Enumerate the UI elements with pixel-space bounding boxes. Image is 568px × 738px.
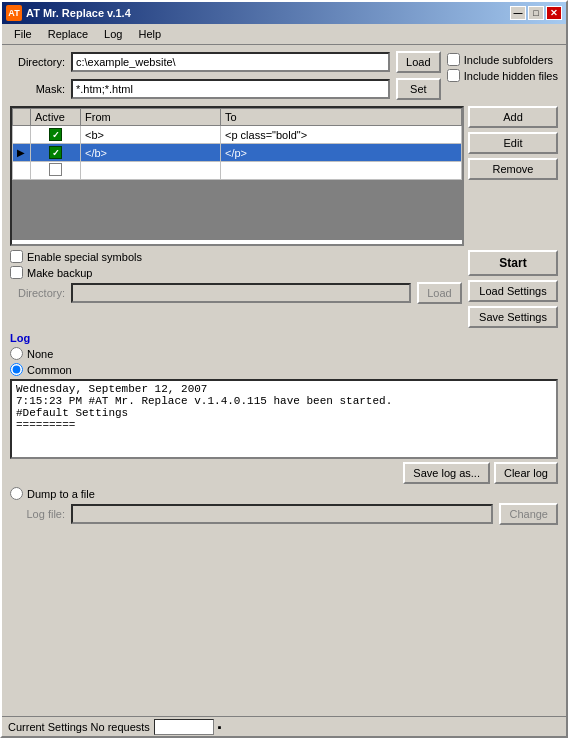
log-common-row: Common xyxy=(10,363,558,376)
log-common-radio[interactable] xyxy=(10,363,23,376)
col-to-header: To xyxy=(221,109,462,126)
table-row[interactable] xyxy=(13,162,462,180)
change-button: Change xyxy=(499,503,558,525)
menu-replace[interactable]: Replace xyxy=(40,26,96,42)
status-end-icon: ▪ xyxy=(218,721,222,733)
table-gray-area xyxy=(12,180,462,240)
directory-label: Directory: xyxy=(10,56,65,68)
log-none-row: None xyxy=(10,347,558,360)
save-settings-button[interactable]: Save Settings xyxy=(468,306,558,328)
close-button[interactable]: ✕ xyxy=(546,6,562,20)
load-settings-button[interactable]: Load Settings xyxy=(468,280,558,302)
backup-dir-label: Directory: xyxy=(10,287,65,299)
col-active-header: Active xyxy=(31,109,81,126)
col-from-header: From xyxy=(81,109,221,126)
mask-label: Mask: xyxy=(10,83,65,95)
include-hidden-row: Include hidden files xyxy=(447,69,558,82)
row-arrow-1 xyxy=(13,126,31,144)
make-backup-label: Make backup xyxy=(27,267,92,279)
row-from-1: <b> xyxy=(81,126,221,144)
start-button[interactable]: Start xyxy=(468,250,558,276)
status-text: Current Settings No requests xyxy=(8,721,150,733)
log-common-label: Common xyxy=(27,364,72,376)
log-section: Log None Common Wednesday, September 12,… xyxy=(10,332,558,527)
log-textarea[interactable]: Wednesday, September 12, 2007 7:15:23 PM… xyxy=(10,379,558,459)
replacements-table: Active From To ✓ <b> <p class="bold"> xyxy=(12,108,462,180)
status-field xyxy=(154,719,214,735)
log-none-radio[interactable] xyxy=(10,347,23,360)
log-file-input xyxy=(71,504,493,524)
row-from-star xyxy=(81,162,221,180)
title-bar: AT AT Mr. Replace v.1.4 — □ ✕ xyxy=(2,2,566,24)
checkmark-icon: ✓ xyxy=(49,146,62,159)
checkmark-icon: ✓ xyxy=(49,128,62,141)
backup-dir-row: Directory: Load xyxy=(10,282,462,304)
log-section-label: Log xyxy=(10,332,558,344)
title-buttons: — □ ✕ xyxy=(510,6,562,20)
app-icon: AT xyxy=(6,5,22,21)
directory-input[interactable] xyxy=(71,52,390,72)
row-arrow-2: ▶ xyxy=(13,144,31,162)
edit-button[interactable]: Edit xyxy=(468,132,558,154)
log-buttons: Save log as... Clear log xyxy=(10,462,558,484)
directory-load-button[interactable]: Load xyxy=(396,51,441,73)
make-backup-checkbox[interactable] xyxy=(10,266,23,279)
main-content: Directory: Load Mask: Set Include subfol… xyxy=(2,45,566,716)
include-subfolders-label: Include subfolders xyxy=(464,54,553,66)
replacements-table-wrapper: Active From To ✓ <b> <p class="bold"> xyxy=(10,106,464,246)
title-bar-left: AT AT Mr. Replace v.1.4 xyxy=(6,5,131,21)
menu-file[interactable]: File xyxy=(6,26,40,42)
top-section: Directory: Load Mask: Set Include subfol… xyxy=(10,51,558,102)
window-title: AT Mr. Replace v.1.4 xyxy=(26,7,131,19)
middle-section: Enable special symbols Make backup Direc… xyxy=(10,250,558,328)
enable-special-symbols-label: Enable special symbols xyxy=(27,251,142,263)
dump-to-file-label: Dump to a file xyxy=(27,488,95,500)
menu-help[interactable]: Help xyxy=(130,26,169,42)
log-file-label: Log file: xyxy=(10,508,65,520)
col-arrow-header xyxy=(13,109,31,126)
status-bar: Current Settings No requests ▪ xyxy=(2,716,566,736)
enable-special-symbols-checkbox[interactable] xyxy=(10,250,23,263)
directory-row: Directory: Load xyxy=(10,51,441,73)
row-from-2: </b> xyxy=(81,144,221,162)
make-backup-row: Make backup xyxy=(10,266,462,279)
save-log-as-button[interactable]: Save log as... xyxy=(403,462,490,484)
include-subfolders-checkbox[interactable] xyxy=(447,53,460,66)
dump-row: Dump to a file xyxy=(10,487,558,500)
dump-to-file-radio[interactable] xyxy=(10,487,23,500)
enable-special-symbols-row: Enable special symbols xyxy=(10,250,462,263)
remove-button[interactable]: Remove xyxy=(468,158,558,180)
main-window: AT AT Mr. Replace v.1.4 — □ ✕ File Repla… xyxy=(0,0,568,738)
table-row[interactable]: ▶ ✓ </b> </p> xyxy=(13,144,462,162)
main-action-buttons: Start Load Settings Save Settings xyxy=(468,250,558,328)
table-buttons: Add Edit Remove xyxy=(468,106,558,246)
mask-row: Mask: Set xyxy=(10,78,441,100)
row-to-1: <p class="bold"> xyxy=(221,126,462,144)
include-hidden-label: Include hidden files xyxy=(464,70,558,82)
maximize-button[interactable]: □ xyxy=(528,6,544,20)
backup-dir-input xyxy=(71,283,411,303)
log-file-row: Log file: Change xyxy=(10,503,558,525)
include-subfolders-row: Include subfolders xyxy=(447,53,558,66)
backup-load-button: Load xyxy=(417,282,462,304)
minimize-button[interactable]: — xyxy=(510,6,526,20)
mask-set-button[interactable]: Set xyxy=(396,78,441,100)
log-none-label: None xyxy=(27,348,53,360)
row-active-star xyxy=(31,162,81,180)
options-section: Include subfolders Include hidden files xyxy=(447,51,558,82)
include-hidden-checkbox[interactable] xyxy=(447,69,460,82)
clear-log-button[interactable]: Clear log xyxy=(494,462,558,484)
row-to-star xyxy=(221,162,462,180)
add-button[interactable]: Add xyxy=(468,106,558,128)
row-active-1: ✓ xyxy=(31,126,81,144)
empty-check-icon xyxy=(49,163,62,176)
menu-log[interactable]: Log xyxy=(96,26,130,42)
middle-left: Enable special symbols Make backup Direc… xyxy=(10,250,462,306)
mask-input[interactable] xyxy=(71,79,390,99)
field-section: Directory: Load Mask: Set xyxy=(10,51,441,102)
menubar: File Replace Log Help xyxy=(2,24,566,45)
row-arrow-star xyxy=(13,162,31,180)
row-active-2: ✓ xyxy=(31,144,81,162)
table-row[interactable]: ✓ <b> <p class="bold"> xyxy=(13,126,462,144)
row-to-2: </p> xyxy=(221,144,462,162)
